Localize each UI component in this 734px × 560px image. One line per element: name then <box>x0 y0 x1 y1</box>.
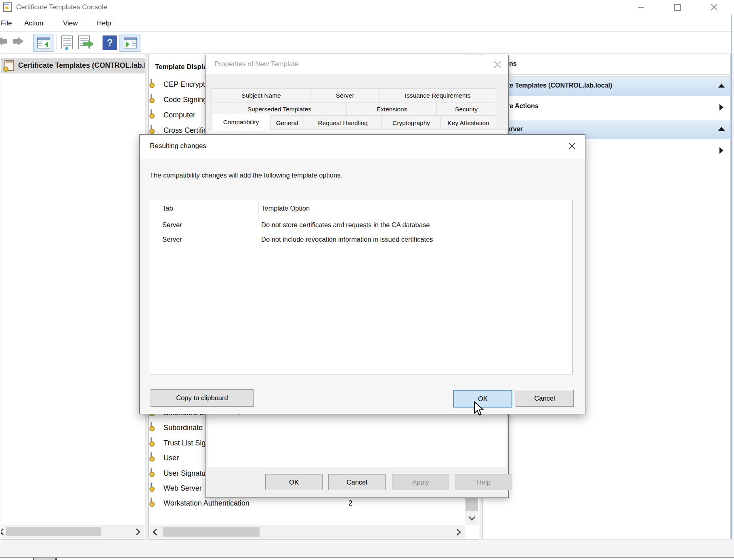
table-header-template-option[interactable]: Template Option <box>261 205 310 212</box>
toolbar <box>0 32 734 53</box>
window-bottom-border <box>0 557 734 558</box>
tree-scroll-right-icon[interactable] <box>134 529 141 535</box>
certificate-template-icon <box>151 125 152 133</box>
tree-scroll-left-icon[interactable] <box>1 529 6 535</box>
toolbar-separator-1 <box>30 35 30 50</box>
table-header-tab[interactable]: Tab <box>162 205 173 212</box>
list-item-label: Code Signing <box>164 96 207 104</box>
console-tree-pane: Certificate Templates (CONTROL.lab.local… <box>1 54 145 539</box>
copy-to-clipboard-button[interactable]: Copy to clipboard <box>151 389 254 407</box>
list-item-workstation-authentication[interactable]: Workstation Authentication 2 <box>151 498 152 506</box>
tab-general[interactable]: General <box>270 115 304 130</box>
list-scroll-right-icon[interactable] <box>454 529 461 536</box>
tab-cryptography[interactable]: Cryptography <box>381 115 441 130</box>
certificate-template-icon <box>151 94 152 102</box>
show-action-pane-button[interactable] <box>120 34 141 52</box>
list-item-label: Computer <box>164 111 195 119</box>
list-scroll-down-button[interactable] <box>465 511 478 525</box>
properties-help-button[interactable]: Help <box>455 474 512 490</box>
tab-subject-name[interactable]: Subject Name <box>212 88 311 103</box>
resulting-dialog-titlebar[interactable]: Resulting changes <box>140 135 585 159</box>
certificate-template-icon <box>151 452 152 461</box>
schema-version-value: 2 <box>348 499 352 508</box>
tab-compatibility[interactable]: Compatibility <box>212 114 271 130</box>
button-label: Cancel <box>346 479 367 486</box>
menu-action[interactable]: Action <box>24 19 43 27</box>
show-console-tree-button[interactable] <box>33 34 54 52</box>
collapse-icon[interactable] <box>718 127 725 131</box>
tab-security[interactable]: Security <box>436 102 496 116</box>
list-item[interactable]: Trust List Signing <box>151 438 152 445</box>
properties-dialog-title: Properties of New Template <box>214 60 299 68</box>
tab-server[interactable]: Server <box>310 88 380 103</box>
collapse-icon[interactable] <box>718 84 725 88</box>
properties-apply-button[interactable]: Apply <box>392 474 449 490</box>
tab-label: General <box>276 119 298 127</box>
resulting-cancel-button[interactable]: Cancel <box>516 390 574 407</box>
tab-label: Subject Name <box>241 92 281 99</box>
list-item-web-server[interactable]: Web Server <box>151 483 152 491</box>
properties-ok-button[interactable]: OK <box>265 474 323 490</box>
button-label: Cancel <box>534 395 555 402</box>
row-option-cell: Do not include revocation information in… <box>261 236 433 243</box>
help-button[interactable] <box>103 36 117 50</box>
list-item[interactable]: Code Signing <box>151 95 152 102</box>
taskbar-fragment <box>33 558 57 560</box>
properties-button[interactable] <box>61 36 73 49</box>
show-action-pane-icon <box>124 38 137 48</box>
more-actions-arrow-icon[interactable] <box>719 147 724 154</box>
properties-dialog-titlebar[interactable]: Properties of New Template <box>206 55 508 74</box>
show-console-tree-icon <box>37 38 50 48</box>
export-list-icon <box>78 36 90 49</box>
certificate-templates-icon <box>4 60 14 71</box>
list-scroll-down-icon <box>468 514 475 521</box>
tree-h-scrollbar-thumb[interactable] <box>6 527 101 536</box>
tab-label: Superseded Templates <box>247 106 311 113</box>
tab-label: Compatibility <box>223 119 259 126</box>
list-item-label: User <box>164 454 179 462</box>
list-item[interactable]: User <box>151 453 152 460</box>
back-button[interactable] <box>0 37 7 46</box>
tab-key-attestation[interactable]: Key Attestation <box>440 115 496 130</box>
certificate-template-icon <box>151 109 152 118</box>
tab-label: Request Handling <box>318 119 367 127</box>
list-item[interactable]: User Signature Only <box>151 468 152 476</box>
resulting-dialog-title: Resulting changes <box>150 142 206 150</box>
tab-issuance-requirements[interactable]: Issuance Requirements <box>379 88 496 103</box>
tab-request-handling[interactable]: Request Handling <box>304 115 382 130</box>
minimize-button[interactable] <box>629 0 653 15</box>
actions-group1-row[interactable]: More Actions <box>483 96 730 119</box>
actions-group1-header[interactable]: Certificate Templates (CONTROL.lab.local… <box>483 76 730 97</box>
list-scroll-left-icon[interactable] <box>153 529 160 536</box>
resulting-dialog-close-icon[interactable] <box>568 142 576 150</box>
list-item[interactable]: CEP Encryption <box>151 79 152 87</box>
row-option-cell: Do not store certificates and requests i… <box>261 221 430 229</box>
certificate-template-icon <box>151 497 152 506</box>
app-icon-seal <box>5 6 8 9</box>
list-item[interactable]: Cross Certification Authority <box>151 125 152 133</box>
list-h-scrollbar-thumb[interactable] <box>163 527 260 537</box>
tree-h-scrollbar[interactable] <box>1 525 144 538</box>
window-right-edge <box>731 15 732 539</box>
menu-help[interactable]: Help <box>97 19 111 27</box>
more-actions-arrow-icon[interactable] <box>719 104 724 111</box>
list-item[interactable]: Computer <box>151 110 152 117</box>
maximize-button[interactable] <box>665 0 690 15</box>
button-label: Help <box>477 479 491 486</box>
tab-label: Security <box>455 106 478 113</box>
tree-item-certificate-templates[interactable]: Certificate Templates (CONTROL.lab.local… <box>1 58 145 73</box>
actions-header-divider <box>483 74 730 75</box>
forward-button[interactable] <box>13 37 23 46</box>
close-button[interactable] <box>702 0 726 15</box>
menu-file[interactable]: File <box>1 19 12 27</box>
maximize-icon <box>674 4 681 11</box>
tab-label: Issuance Requirements <box>405 92 471 99</box>
tab-extensions[interactable]: Extensions <box>346 102 437 116</box>
certificate-templates-console-window: Certificate Templates Console File Actio… <box>0 0 734 560</box>
export-list-button[interactable] <box>78 36 90 49</box>
list-h-scrollbar[interactable] <box>149 525 465 539</box>
properties-cancel-button[interactable]: Cancel <box>328 474 386 490</box>
list-item[interactable]: Subordinate Certification Authority <box>151 423 152 430</box>
menu-view[interactable]: View <box>63 19 78 27</box>
properties-dialog-close-icon[interactable] <box>494 61 501 68</box>
